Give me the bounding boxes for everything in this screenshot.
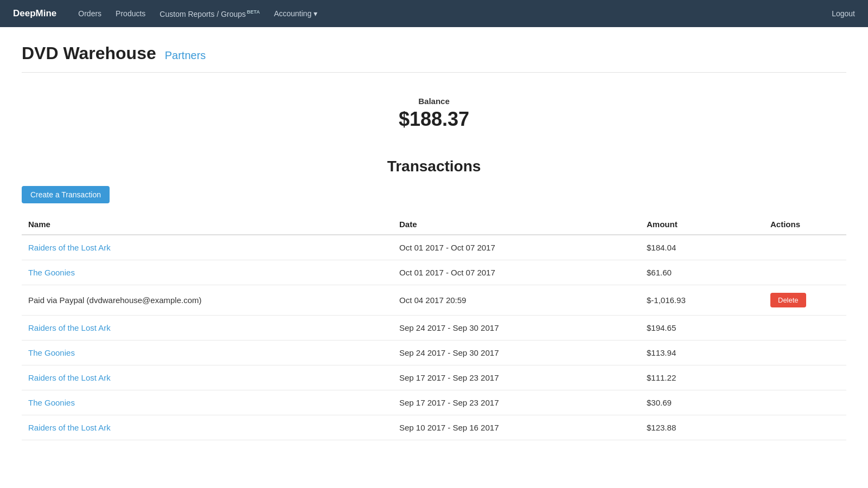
transaction-amount: $61.60 (640, 260, 764, 285)
chevron-down-icon: ▾ (314, 9, 317, 18)
transaction-date: Sep 10 2017 - Sep 16 2017 (393, 415, 640, 440)
transaction-actions (764, 235, 846, 260)
balance-section: Balance $188.37 (22, 86, 846, 142)
table-row: The GooniesSep 17 2017 - Sep 23 2017$30.… (22, 390, 846, 415)
page-title: DVD Warehouse (22, 43, 156, 63)
transaction-name-link[interactable]: Raiders of the Lost Ark (28, 423, 111, 432)
transactions-table: Name Date Amount Actions Raiders of the … (22, 214, 846, 440)
transaction-date: Sep 24 2017 - Sep 30 2017 (393, 316, 640, 341)
transaction-date: Sep 17 2017 - Sep 23 2017 (393, 390, 640, 415)
table-row: Raiders of the Lost ArkOct 01 2017 - Oct… (22, 235, 846, 260)
transaction-name-link[interactable]: The Goonies (28, 398, 75, 407)
transactions-title: Transactions (22, 158, 846, 175)
col-header-name: Name (22, 214, 393, 235)
table-header: Name Date Amount Actions (22, 214, 846, 235)
transaction-date: Sep 17 2017 - Sep 23 2017 (393, 365, 640, 390)
create-transaction-button[interactable]: Create a Transaction (22, 186, 110, 203)
logo: DeepMine (13, 8, 56, 19)
transaction-name-link[interactable]: Raiders of the Lost Ark (28, 323, 111, 332)
table-row: The GooniesOct 01 2017 - Oct 07 2017$61.… (22, 260, 846, 285)
table-row: The GooniesSep 24 2017 - Sep 30 2017$113… (22, 341, 846, 365)
transaction-amount: $113.94 (640, 341, 764, 365)
transaction-amount: $123.88 (640, 415, 764, 440)
col-header-actions: Actions (764, 214, 846, 235)
transaction-date: Sep 24 2017 - Sep 30 2017 (393, 341, 640, 365)
transaction-name-link[interactable]: The Goonies (28, 268, 75, 277)
transaction-date: Oct 04 2017 20:59 (393, 285, 640, 316)
transaction-amount: $194.65 (640, 316, 764, 341)
table-row: Raiders of the Lost ArkSep 10 2017 - Sep… (22, 415, 846, 440)
top-nav: DeepMine Orders Products Custom Reports … (0, 0, 868, 27)
transaction-actions (764, 390, 846, 415)
transaction-name-link[interactable]: The Goonies (28, 348, 75, 357)
transaction-amount: $184.04 (640, 235, 764, 260)
nav-products[interactable]: Products (110, 6, 151, 21)
delete-button[interactable]: Delete (770, 293, 806, 307)
transaction-actions (764, 260, 846, 285)
nav-accounting-label: Accounting (274, 9, 311, 18)
balance-amount: $188.37 (22, 108, 846, 131)
nav-custom-reports-label: Custom Reports / Groups (159, 9, 246, 18)
transaction-date: Oct 01 2017 - Oct 07 2017 (393, 235, 640, 260)
transaction-amount: $-1,016.93 (640, 285, 764, 316)
nav-custom-reports[interactable]: Custom Reports / GroupsBETA (154, 6, 265, 22)
transaction-actions (764, 316, 846, 341)
transaction-date: Oct 01 2017 - Oct 07 2017 (393, 260, 640, 285)
transaction-amount: $30.69 (640, 390, 764, 415)
page-content: DVD Warehouse Partners Balance $188.37 T… (0, 27, 868, 457)
col-header-date: Date (393, 214, 640, 235)
logout-button[interactable]: Logout (832, 9, 855, 18)
transaction-actions (764, 365, 846, 390)
nav-links: Orders Products Custom Reports / GroupsB… (73, 6, 832, 22)
beta-badge: BETA (247, 9, 260, 15)
page-header: DVD Warehouse Partners (22, 43, 846, 73)
table-row: Paid via Paypal (dvdwarehouse@example.co… (22, 285, 846, 316)
transaction-actions (764, 341, 846, 365)
transaction-name-link[interactable]: Raiders of the Lost Ark (28, 243, 111, 252)
nav-orders[interactable]: Orders (73, 6, 107, 21)
balance-label: Balance (22, 97, 846, 106)
transaction-name-link[interactable]: Raiders of the Lost Ark (28, 373, 111, 382)
partners-link[interactable]: Partners (165, 49, 206, 62)
transaction-name-plain: Paid via Paypal (dvdwarehouse@example.co… (28, 296, 202, 305)
table-body: Raiders of the Lost ArkOct 01 2017 - Oct… (22, 235, 846, 440)
transaction-actions: Delete (764, 285, 846, 316)
transaction-actions (764, 415, 846, 440)
table-row: Raiders of the Lost ArkSep 17 2017 - Sep… (22, 365, 846, 390)
col-header-amount: Amount (640, 214, 764, 235)
nav-accounting[interactable]: Accounting ▾ (269, 6, 323, 21)
table-row: Raiders of the Lost ArkSep 24 2017 - Sep… (22, 316, 846, 341)
transaction-amount: $111.22 (640, 365, 764, 390)
